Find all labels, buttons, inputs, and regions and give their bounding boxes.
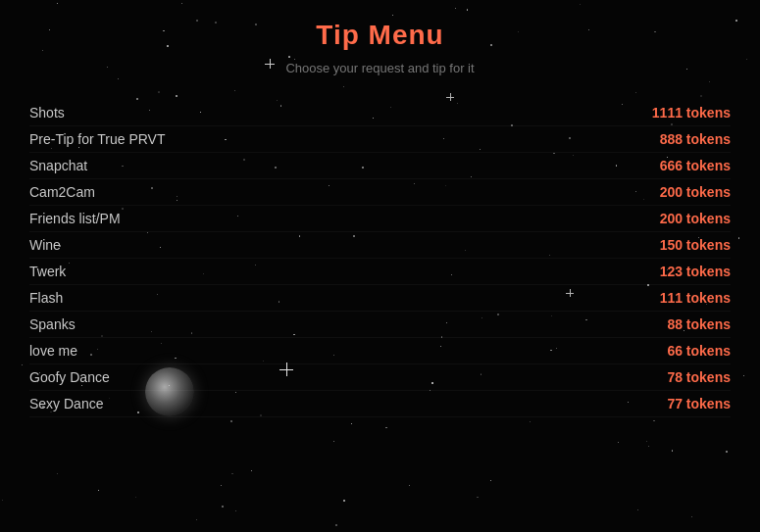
- item-tokens: 78 tokens: [667, 369, 731, 385]
- page-subtitle: Choose your request and tip for it: [29, 61, 731, 75]
- menu-item[interactable]: Cam2Cam200 tokens: [29, 179, 731, 206]
- item-name: Spanks: [29, 316, 76, 332]
- item-name: Wine: [29, 237, 61, 253]
- page-title: Tip Menu: [29, 20, 731, 51]
- item-name: Pre-Tip for True PRVT: [29, 131, 165, 147]
- menu-item[interactable]: Pre-Tip for True PRVT888 tokens: [29, 126, 731, 153]
- item-tokens: 200 tokens: [660, 211, 731, 226]
- menu-item[interactable]: Snapchat666 tokens: [29, 153, 731, 179]
- item-name: love me: [29, 343, 77, 359]
- menu-item[interactable]: Wine150 tokens: [29, 232, 731, 259]
- item-tokens: 123 tokens: [660, 264, 731, 279]
- item-tokens: 1111 tokens: [652, 105, 731, 121]
- menu-item[interactable]: Spanks88 tokens: [29, 312, 731, 338]
- menu-item[interactable]: Friends list/PM200 tokens: [29, 206, 731, 232]
- item-tokens: 77 tokens: [667, 396, 731, 411]
- menu-item[interactable]: Flash111 tokens: [29, 285, 731, 312]
- menu-item[interactable]: Sexy Dance77 tokens: [29, 391, 731, 417]
- item-name: Friends list/PM: [29, 211, 121, 226]
- menu-item[interactable]: Shots1111 tokens: [29, 100, 731, 126]
- item-name: Snapchat: [29, 158, 87, 173]
- item-tokens: 888 tokens: [660, 131, 731, 147]
- menu-item[interactable]: Twerk123 tokens: [29, 259, 731, 285]
- item-name: Cam2Cam: [29, 184, 95, 200]
- item-name: Flash: [29, 290, 63, 306]
- menu-item[interactable]: Goofy Dance78 tokens: [29, 364, 731, 391]
- item-name: Goofy Dance: [29, 369, 110, 385]
- item-name: Twerk: [29, 264, 66, 279]
- item-tokens: 150 tokens: [660, 237, 731, 253]
- item-tokens: 111 tokens: [660, 290, 731, 306]
- item-tokens: 200 tokens: [660, 184, 731, 200]
- item-name: Sexy Dance: [29, 396, 103, 411]
- item-tokens: 666 tokens: [660, 158, 731, 173]
- item-name: Shots: [29, 105, 65, 121]
- page-container: Tip Menu Choose your request and tip for…: [0, 0, 760, 532]
- tip-menu-list: Shots1111 tokensPre-Tip for True PRVT888…: [29, 100, 731, 417]
- menu-item[interactable]: love me66 tokens: [29, 338, 731, 364]
- item-tokens: 66 tokens: [667, 343, 731, 359]
- item-tokens: 88 tokens: [667, 316, 731, 332]
